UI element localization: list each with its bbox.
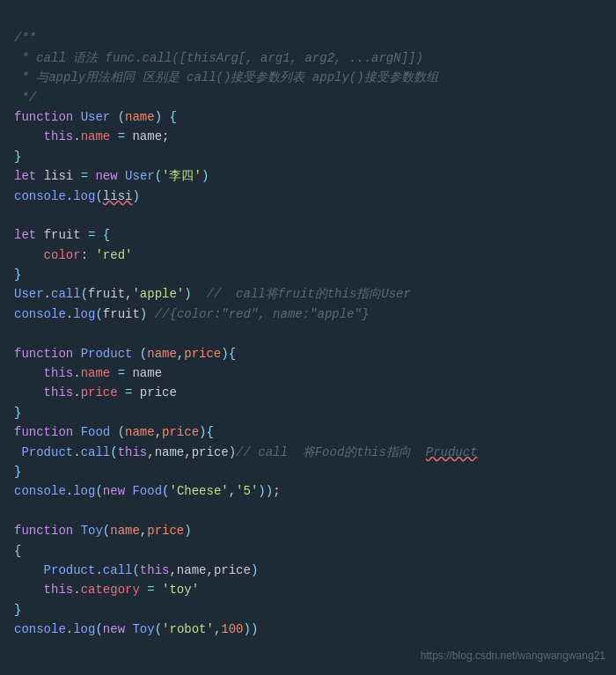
this-keyword: this bbox=[44, 129, 74, 143]
watermark: https://blog.csdn.net/wangwangwang21 bbox=[421, 648, 605, 664]
code-editor: /** * call 语法 func.call([thisArg[, arg1,… bbox=[14, 9, 602, 640]
prop-name: name bbox=[81, 129, 111, 143]
keyword-function: function bbox=[14, 110, 73, 124]
function-name-user: User bbox=[81, 110, 111, 124]
comment-block: /** * call 语法 func.call([thisArg[, arg1,… bbox=[14, 31, 438, 104]
